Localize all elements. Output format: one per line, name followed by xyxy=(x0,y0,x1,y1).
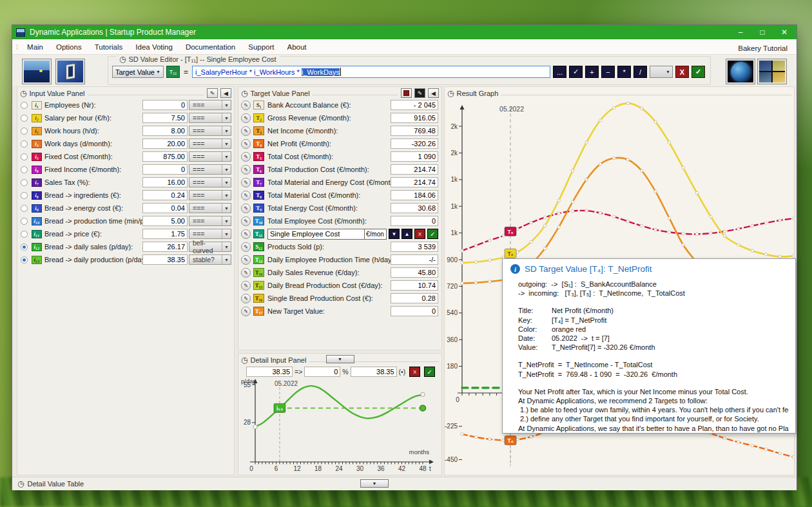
value-field[interactable]: 5.00 xyxy=(142,216,188,226)
multiply-button[interactable]: * xyxy=(617,66,631,78)
value-field[interactable]: 0.24 xyxy=(142,190,188,200)
target-name-input[interactable]: Single Employee Cost xyxy=(267,229,365,240)
mode-dropdown[interactable]: ===▼ xyxy=(189,203,231,213)
mode-dropdown[interactable]: ===▼ xyxy=(189,177,231,187)
edit-row-pencil-button[interactable]: ✎ xyxy=(241,242,251,252)
menu-item[interactable]: Options xyxy=(50,41,88,53)
mode-dropdown[interactable]: ===▼ xyxy=(189,190,231,200)
edit-row-pencil-button[interactable]: ✎ xyxy=(241,152,251,162)
target-value-field[interactable]: 769.48 xyxy=(391,126,438,136)
mode-dropdown[interactable]: ===▼ xyxy=(189,126,231,136)
radio-button[interactable] xyxy=(21,102,28,109)
radio-button[interactable] xyxy=(21,140,28,148)
value-field[interactable]: 7.50 xyxy=(142,113,188,123)
radio-button[interactable] xyxy=(21,166,28,173)
edit-row-pencil-button[interactable]: ✎ xyxy=(241,294,251,303)
menu-item[interactable]: Support xyxy=(242,41,280,53)
target-value-field[interactable]: 214.74 xyxy=(391,164,438,175)
accept-edit-button[interactable]: ✓ xyxy=(427,229,438,239)
edit-row-pencil-button[interactable]: ✎ xyxy=(241,229,251,239)
target-value-field[interactable]: -/- xyxy=(391,254,438,265)
edit-row-pencil-button[interactable]: ✎ xyxy=(241,281,251,291)
radio-button[interactable] xyxy=(21,115,28,122)
target-value-field[interactable]: 184.06 xyxy=(391,190,438,200)
radio-button[interactable] xyxy=(21,192,28,199)
accept-formula-button[interactable]: ✓ xyxy=(691,66,705,78)
radio-button[interactable] xyxy=(21,218,28,225)
collapse-panel-button[interactable]: ◀ xyxy=(220,88,231,98)
ocean-image-button[interactable] xyxy=(22,59,52,84)
target-value-field[interactable]: - 2 045 xyxy=(391,100,438,110)
radio-button[interactable] xyxy=(21,231,28,238)
edit-row-pencil-button[interactable]: ✎ xyxy=(241,126,251,136)
mode-dropdown[interactable]: ===▼ xyxy=(189,216,231,226)
target-value-field[interactable]: 0 xyxy=(391,306,438,316)
mode-dropdown[interactable]: ===▼ xyxy=(189,151,231,162)
minus-button[interactable]: − xyxy=(601,66,615,78)
target-value-field[interactable]: 10.74 xyxy=(391,280,438,291)
menu-item[interactable]: About xyxy=(281,41,313,53)
collapse-detail-button[interactable]: ▼ xyxy=(326,355,354,363)
target-value-field[interactable]: 45.80 xyxy=(391,267,438,278)
edit-row-pencil-button[interactable]: ✎ xyxy=(241,139,251,149)
unit-field[interactable]: €/mon xyxy=(365,229,387,240)
result-value-field[interactable]: 38.35 xyxy=(351,367,397,377)
menu-item[interactable]: Idea Voting xyxy=(129,41,179,53)
value-field[interactable]: 1.75 xyxy=(142,229,188,239)
exit-door-button[interactable] xyxy=(55,59,85,84)
mode-dropdown[interactable]: ===▼ xyxy=(189,100,231,110)
validate-button[interactable]: ✓ xyxy=(569,66,583,78)
ellipsis-button[interactable]: ... xyxy=(553,66,566,78)
target-value-field[interactable]: 1 090 xyxy=(391,151,438,162)
target-value-field[interactable]: 30.68 xyxy=(391,203,438,213)
edit-pencil-button[interactable]: ✎ xyxy=(414,88,425,98)
current-value-field[interactable]: 38.35 xyxy=(246,367,293,377)
target-value-field[interactable]: 3 539 xyxy=(391,242,438,252)
cancel-detail-button[interactable]: X xyxy=(409,367,420,377)
value-field[interactable]: 875.00 xyxy=(142,151,188,162)
value-field[interactable]: 0 xyxy=(142,164,188,175)
table-view-button[interactable] xyxy=(401,88,412,98)
target-value-field[interactable]: -320.26 xyxy=(391,139,438,149)
value-field[interactable]: 0.04 xyxy=(142,203,188,213)
value-field[interactable]: 16.00 xyxy=(142,177,188,187)
edit-pencil-button[interactable]: ✎ xyxy=(207,88,218,98)
mode-dropdown[interactable]: ===▼ xyxy=(189,113,231,123)
operator-dropdown[interactable]: ▼ xyxy=(650,66,673,78)
detail-input-chart[interactable]: 05.2022p/day55280612182430364248monthsti… xyxy=(238,377,440,474)
edit-row-pencil-button[interactable]: ✎ xyxy=(241,178,251,187)
edit-row-pencil-button[interactable]: ✎ xyxy=(241,113,251,123)
target-value-field[interactable]: 916.05 xyxy=(391,113,438,123)
value-field[interactable]: 20.00 xyxy=(142,139,188,149)
value-field[interactable]: 38.35 xyxy=(142,254,188,265)
edit-row-pencil-button[interactable]: ✎ xyxy=(241,268,251,278)
accept-detail-button[interactable]: ✓ xyxy=(424,367,435,377)
divide-button[interactable]: / xyxy=(633,66,647,78)
radio-button[interactable] xyxy=(21,153,28,160)
maximize-button[interactable]: □ xyxy=(751,25,773,39)
radio-button[interactable] xyxy=(21,256,28,263)
mode-dropdown[interactable]: stable?▼ xyxy=(189,254,231,265)
move-up-button[interactable]: ▲ xyxy=(401,229,412,239)
collapse-panel-button[interactable]: ◀ xyxy=(428,88,439,98)
title-bar[interactable]: Dynamic Applications | Startup Product M… xyxy=(12,25,797,39)
radio-button[interactable] xyxy=(21,128,28,135)
menu-item[interactable]: Documentation xyxy=(179,41,242,53)
edit-row-pencil-button[interactable]: ✎ xyxy=(241,165,251,175)
mode-dropdown[interactable]: bell-curved▼ xyxy=(189,242,231,252)
edit-row-pencil-button[interactable]: ✎ xyxy=(241,191,251,200)
menu-item[interactable]: Tutorials xyxy=(88,41,130,53)
expand-table-button[interactable]: ▼ xyxy=(360,479,389,488)
radio-button[interactable] xyxy=(21,179,28,186)
value-field[interactable]: 26.17 xyxy=(142,242,188,252)
percent-field[interactable]: 0 xyxy=(304,367,340,377)
target-value-field[interactable]: 214.74 xyxy=(391,177,438,187)
value-field[interactable]: 0 xyxy=(142,100,188,110)
mode-dropdown[interactable]: ===▼ xyxy=(189,139,231,149)
gallery-tiles-button[interactable] xyxy=(757,59,787,84)
plus-button[interactable]: + xyxy=(585,66,599,78)
minimize-button[interactable]: – xyxy=(730,25,751,39)
menu-item[interactable]: Main xyxy=(21,41,50,53)
earth-image-button[interactable] xyxy=(726,59,755,84)
close-button[interactable]: ✕ xyxy=(773,25,795,39)
